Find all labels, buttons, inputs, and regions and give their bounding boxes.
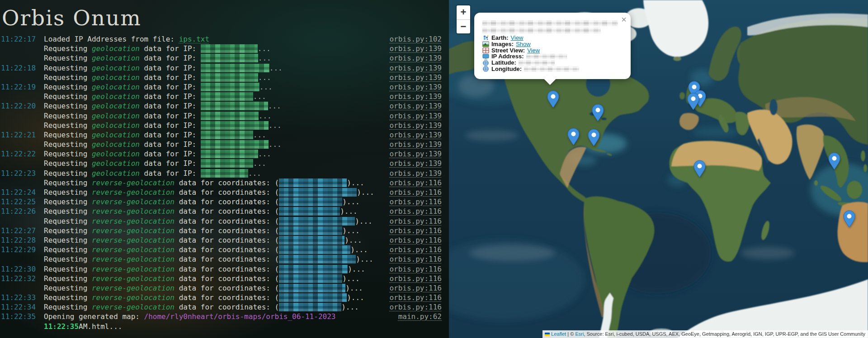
log-source-link[interactable]: orbis.py:139 bbox=[389, 130, 449, 140]
log-source-link[interactable]: orbis.py:139 bbox=[389, 101, 449, 111]
log-timestamp: 11:22:35 bbox=[1, 312, 37, 321]
log-text: data for coordinates: ( bbox=[175, 303, 279, 311]
log-timestamp: 11:22:33 bbox=[1, 293, 37, 302]
generated-map-path: /home/rly0nheart/orbis-maps/orbis_06-11-… bbox=[144, 312, 336, 321]
log-text: Requesting bbox=[44, 102, 92, 110]
log-timestamp: 11:22:18 bbox=[1, 63, 37, 73]
log-source-link[interactable]: orbis.py:116 bbox=[389, 188, 449, 197]
log-text: data for coordinates: ( bbox=[175, 255, 279, 263]
map-marker[interactable] bbox=[547, 90, 559, 108]
log-source-link[interactable]: orbis.py:139 bbox=[389, 53, 449, 63]
log-line: 11:22:22Requesting geolocation data for … bbox=[1, 149, 449, 159]
log-keyword-reverse-geolocation: reverse-geolocation bbox=[92, 265, 175, 273]
zoom-out-button[interactable]: − bbox=[457, 19, 470, 33]
log-source-link[interactable]: orbis.py:139 bbox=[389, 44, 449, 53]
log-source-link[interactable]: orbis.py:139 bbox=[389, 140, 449, 149]
log-source-link[interactable]: orbis.py:116 bbox=[389, 283, 449, 293]
log-text: )... bbox=[341, 303, 359, 311]
redacted-coordinates bbox=[279, 245, 350, 254]
log-source-link[interactable]: orbis.py:139 bbox=[389, 63, 449, 73]
popup-detail-rows: Earth:ViewImages:ShowStreet View:ViewIP … bbox=[482, 35, 622, 72]
popup-row: Street View:View bbox=[482, 47, 622, 54]
log-keyword-geolocation: geolocation bbox=[92, 73, 140, 82]
map-marker[interactable] bbox=[828, 152, 840, 170]
log-source-link[interactable]: orbis.py:102 bbox=[389, 34, 449, 44]
popup-row-label: Longitude: bbox=[491, 66, 522, 72]
log-source-link[interactable]: orbis.py:116 bbox=[389, 207, 449, 216]
log-timestamp: 11:22:30 bbox=[1, 264, 37, 274]
log-source-link[interactable]: orbis.py:139 bbox=[389, 92, 449, 101]
log-keyword-reverse-geolocation: reverse-geolocation bbox=[92, 255, 175, 263]
log-source-link[interactable]: orbis.py:116 bbox=[389, 197, 449, 207]
log-message: Loaded IP Addresses from file: ips.txt bbox=[44, 34, 389, 44]
log-source-link[interactable]: main.py:62 bbox=[398, 312, 449, 321]
log-line: Requesting geolocation data for IP: ...o… bbox=[1, 92, 449, 101]
log-source-link[interactable]: orbis.py:139 bbox=[389, 121, 449, 130]
popup-row: IP Address: bbox=[482, 53, 622, 60]
log-source-link[interactable]: orbis.py:139 bbox=[389, 149, 449, 159]
map-panel[interactable]: + − × Earth:ViewImages:ShowStreet View:V… bbox=[449, 0, 868, 338]
popup-close-button[interactable]: × bbox=[621, 15, 627, 24]
esri-link[interactable]: Esri bbox=[575, 331, 584, 337]
log-message: Requesting geolocation data for IP: ... bbox=[44, 140, 389, 149]
popup-row-link[interactable]: Show bbox=[516, 41, 531, 47]
log-text: data for coordinates: ( bbox=[175, 284, 279, 292]
log-source-link[interactable]: orbis.py:116 bbox=[389, 216, 449, 226]
popup-redacted-line bbox=[482, 28, 601, 33]
popup-row-link[interactable]: View bbox=[527, 47, 540, 54]
log-source-link[interactable]: orbis.py:116 bbox=[389, 254, 449, 264]
redacted-coordinates bbox=[279, 284, 345, 292]
marker-popup: × Earth:ViewImages:ShowStreet View:ViewI… bbox=[474, 13, 631, 79]
log-source-link[interactable]: orbis.py:116 bbox=[389, 274, 449, 283]
log-text: Requesting bbox=[44, 255, 92, 263]
map-marker[interactable] bbox=[567, 128, 580, 146]
map-marker[interactable] bbox=[592, 104, 604, 122]
log-message: Requesting geolocation data for IP: ... bbox=[44, 73, 389, 82]
log-source-link[interactable]: orbis.py:139 bbox=[389, 111, 449, 121]
map-marker[interactable] bbox=[588, 129, 600, 146]
redacted-coordinates bbox=[279, 217, 355, 225]
popup-row-label: Earth: bbox=[491, 35, 509, 41]
map-marker[interactable] bbox=[843, 210, 855, 228]
log-source-link[interactable]: orbis.py:116 bbox=[389, 226, 449, 235]
log-line: 11:22:27Requesting reverse-geolocation d… bbox=[1, 226, 449, 235]
log-text: Requesting bbox=[44, 73, 92, 82]
log-keyword-reverse-geolocation: reverse-geolocation bbox=[92, 274, 175, 283]
log-source-link[interactable]: orbis.py:116 bbox=[389, 235, 449, 245]
log-text: data for IP: bbox=[140, 169, 201, 178]
log-text: data for IP: bbox=[140, 92, 201, 101]
redacted-ip bbox=[201, 131, 253, 139]
log-source-link[interactable]: orbis.py:139 bbox=[389, 82, 449, 92]
log-source-link[interactable]: orbis.py:116 bbox=[389, 178, 449, 188]
computer-icon bbox=[482, 54, 489, 60]
redacted-ip bbox=[201, 121, 269, 130]
map-marker[interactable] bbox=[687, 93, 699, 110]
log-text: data for IP: bbox=[140, 83, 201, 91]
log-line: 11:22:28Requesting reverse-geolocation d… bbox=[1, 235, 449, 245]
log-text: )... bbox=[356, 255, 373, 263]
log-text: data for coordinates: ( bbox=[175, 265, 279, 273]
log-source-link[interactable]: orbis.py:116 bbox=[389, 264, 449, 274]
log-ellipsis: ... bbox=[258, 150, 271, 158]
redacted-coordinates bbox=[279, 197, 342, 206]
ips-file-link[interactable]: ips.txt bbox=[179, 35, 209, 43]
log-text: data for IP: bbox=[140, 44, 201, 53]
log-text: data for IP: bbox=[140, 131, 201, 139]
log-source-link[interactable]: orbis.py:116 bbox=[389, 245, 449, 254]
log-line: Requesting geolocation data for IP: ...o… bbox=[1, 111, 449, 121]
log-text: Requesting bbox=[44, 83, 92, 91]
log-source-link[interactable]: orbis.py:139 bbox=[389, 73, 449, 82]
log-message: Requesting geolocation data for IP: ... bbox=[44, 111, 389, 121]
log-text: Requesting bbox=[44, 217, 92, 225]
log-source-link[interactable]: orbis.py:139 bbox=[389, 159, 449, 168]
leaflet-link[interactable]: Leaflet bbox=[551, 331, 566, 337]
log-keyword-reverse-geolocation: reverse-geolocation bbox=[92, 207, 175, 216]
zoom-in-button[interactable]: + bbox=[457, 5, 470, 19]
log-text: Requesting bbox=[44, 178, 92, 187]
log-source-link[interactable]: orbis.py:116 bbox=[389, 293, 449, 302]
log-source-link[interactable]: orbis.py:139 bbox=[389, 169, 449, 178]
log-source-link[interactable]: orbis.py:116 bbox=[389, 302, 449, 312]
map-marker[interactable] bbox=[693, 160, 706, 178]
popup-redacted-title bbox=[482, 20, 622, 33]
popup-row-link[interactable]: View bbox=[511, 35, 524, 41]
